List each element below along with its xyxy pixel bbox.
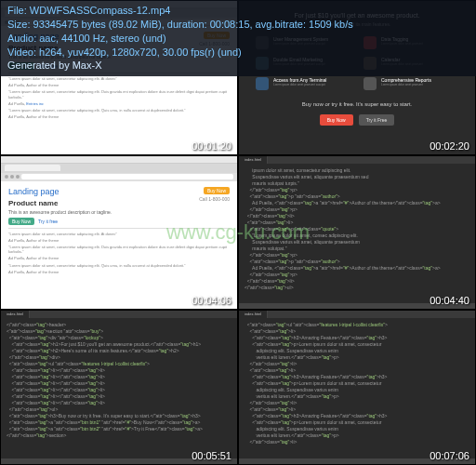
quote: "Lorem ipsum dolor sit amet, consectetur…: [8, 76, 230, 81]
code-editor: index.html <"attr">class="tag">ul "attr"…: [239, 311, 475, 464]
code-area[interactable]: ipsum dolor sit amet, consectetur adipis…: [239, 164, 475, 304]
editor-tabs: index.html: [239, 156, 475, 164]
author: Ad Puella, Author of the theme: [8, 238, 230, 243]
browser-tab[interactable]: [5, 165, 60, 171]
page-content: Landing page Buy Now Call 1-800-000 Prod…: [1, 181, 237, 310]
file-line: File: WDWFSASSCompass-12.mp4: [7, 4, 469, 18]
tagline: This is an awesome product description o…: [8, 209, 230, 215]
size-line: Size: 93345475 bytes (89.02 MiB), durati…: [7, 18, 469, 32]
feature-item: Access from Any TerminalLorem ipsum dolo…: [256, 77, 350, 90]
thumb-3: Landing page Buy Now Call 1-800-000 Prod…: [0, 155, 238, 311]
nav-dot: [16, 175, 20, 179]
feature-item: Comprehensive ReportsLorem ipsum dolor a…: [364, 77, 458, 90]
cta-text: Buy now or try it free. It's super easy …: [256, 101, 458, 107]
browser-window: Landing page Buy Now Call 1-800-000 Prod…: [1, 156, 237, 310]
buy-button[interactable]: Buy Now: [320, 114, 353, 126]
url-field[interactable]: [21, 174, 233, 179]
thumb-5: index.html </"attr">class="tag">header><…: [0, 310, 238, 465]
author-prefix: Ad Puella,: [8, 101, 26, 106]
author: Ad Puella, Author of the theme: [8, 270, 230, 274]
editor-tabs: index.html: [1, 311, 237, 318]
call-text: Call 1-800-000: [199, 196, 230, 202]
code-editor: index.html ipsum dolor sit amet, consect…: [239, 156, 475, 310]
try-link[interactable]: Try it free: [38, 219, 58, 224]
quote: "Lorem ipsum dolor sit amet, consectetur…: [8, 89, 230, 99]
buy-button-top[interactable]: Buy Now: [204, 187, 230, 194]
feature-icon: [364, 77, 377, 90]
code-area[interactable]: </"attr">class="tag">header><"attr">clas…: [1, 318, 237, 458]
timestamp: 00:05:51: [192, 450, 231, 461]
page-title: Landing page: [8, 187, 230, 196]
audio-line: Audio: aac, 44100 Hz, stereo (und): [7, 32, 469, 46]
nav-dot: [10, 175, 14, 179]
menubar: [1, 156, 237, 164]
tab-bar: [1, 164, 237, 173]
timestamp: 00:04:40: [430, 295, 469, 306]
feature-desc: Lorem ipsum dolor amet praesent suscipit: [273, 84, 326, 87]
thumb-4: index.html ipsum dolor sit amet, consect…: [238, 155, 476, 311]
entries-link[interactable]: Entries inc: [26, 101, 44, 106]
editor-tab[interactable]: index.html: [1, 311, 30, 318]
author: Ad Puella, Author of the theme: [8, 114, 230, 119]
quote: "Lorem ipsum dolor sit amet, consectetur…: [8, 108, 230, 113]
nav-dot: [5, 175, 8, 179]
quote: "Lorem ipsum dolor sit amet, consectetur…: [8, 232, 230, 236]
timestamp: 00:01:20: [192, 140, 231, 152]
product-name: Product name: [8, 199, 230, 207]
author: Ad Puella, Author of the theme: [8, 83, 230, 87]
try-button[interactable]: Try it Free: [359, 114, 395, 126]
editor-tab[interactable]: index.html: [239, 156, 268, 164]
author: Ad Puella, Author of the theme: [8, 256, 230, 260]
media-info-overlay: File: WDWFSASSCompass-12.mp4 Size: 93345…: [0, 0, 476, 76]
thumb-6: index.html <"attr">class="tag">ul "attr"…: [238, 310, 476, 465]
quote: "Lorem ipsum dolor sit amet, consectetur…: [8, 245, 230, 254]
timestamp: 00:04:06: [192, 295, 231, 306]
editor-tab[interactable]: index.html: [239, 311, 268, 318]
url-bar: [1, 173, 237, 181]
timestamp: 00:02:20: [430, 140, 469, 152]
buy-button[interactable]: Buy Now: [8, 218, 34, 225]
timestamp: 00:07:06: [430, 450, 469, 461]
quote: "Lorem ipsum dolor sit amet, consectetur…: [8, 263, 230, 268]
feature-desc: Lorem ipsum dolor amet praesent: [381, 84, 431, 87]
code-editor: index.html </"attr">class="tag">header><…: [1, 311, 237, 464]
code-area[interactable]: <"attr">class="tag">ul "attr">class="fea…: [239, 318, 475, 458]
video-line: Video: h264, yuv420p, 1280x720, 30.00 fp…: [7, 46, 469, 60]
editor-tabs: index.html: [239, 311, 475, 318]
feature-icon: [256, 77, 269, 90]
generated-line: Generated by Max-X: [7, 59, 469, 73]
